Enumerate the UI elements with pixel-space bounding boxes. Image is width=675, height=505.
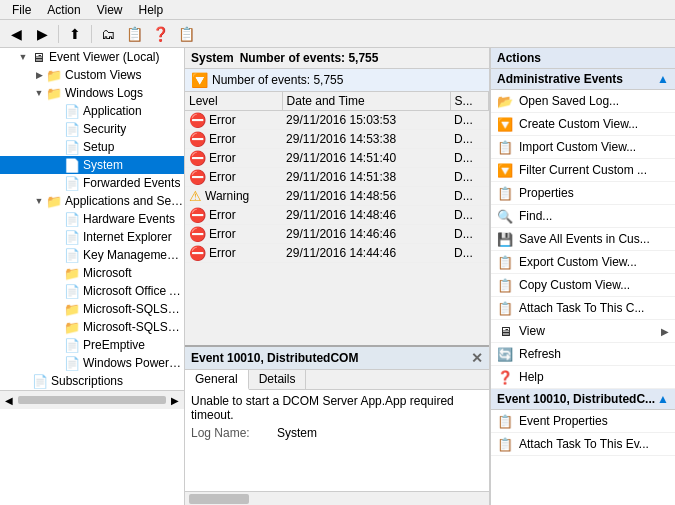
sidebar-preemptive-label: PreEmptive	[83, 338, 145, 352]
scroll-right-arrow[interactable]: ▶	[168, 393, 182, 407]
event-detail-section-header[interactable]: Event 10010, DistributedC... ▲	[491, 389, 675, 410]
action-item-save-all-events[interactable]: 💾Save All Events in Cus...	[491, 228, 675, 251]
action-item-view[interactable]: 🖥View▶	[491, 320, 675, 343]
detail-hscroll-thumb[interactable]	[189, 494, 249, 504]
expand-icon-custom-views[interactable]: ▶	[32, 68, 46, 82]
view-arrow: ▶	[661, 326, 669, 337]
sidebar-custom-views-label: Custom Views	[65, 68, 141, 82]
folder-apps-icon: 📁	[46, 193, 62, 209]
toolbar-back[interactable]: ◀	[4, 23, 28, 45]
table-row[interactable]: ⛔Error29/11/2016 14:46:46D...	[185, 225, 489, 244]
log-ie-icon: 📄	[64, 229, 80, 245]
sidebar-hscroll[interactable]: ◀ ▶	[0, 390, 184, 409]
sidebar-item-security[interactable]: 📄 Security	[0, 120, 184, 138]
tab-general[interactable]: General	[185, 370, 249, 390]
properties-icon: 📋	[497, 185, 513, 201]
action-item-properties[interactable]: 📋Properties	[491, 182, 675, 205]
sidebar-item-custom-views[interactable]: ▶ 📁 Custom Views	[0, 66, 184, 84]
action-item-refresh[interactable]: 🔄Refresh	[491, 343, 675, 366]
collapse-event-detail[interactable]: ▲	[657, 392, 669, 406]
sidebar-item-forwarded-events[interactable]: 📄 Forwarded Events	[0, 174, 184, 192]
toolbar-up[interactable]: ⬆	[63, 23, 87, 45]
table-row[interactable]: ⛔Error29/11/2016 14:51:40D...	[185, 149, 489, 168]
save-all-events-icon: 💾	[497, 231, 513, 247]
events-count-bar: 🔽 Number of events: 5,755	[185, 69, 489, 92]
main-layout: ▼ 🖥 Event Viewer (Local) ▶ 📁 Custom View…	[0, 48, 675, 505]
table-row[interactable]: ⚠Warning29/11/2016 14:48:56D...	[185, 187, 489, 206]
actions-header: Actions	[491, 48, 675, 69]
action-item-open-saved-log[interactable]: 📂Open Saved Log...	[491, 90, 675, 113]
sidebar-item-microsoft[interactable]: 📁 Microsoft	[0, 264, 184, 282]
expand-icon-apps[interactable]: ▼	[32, 194, 46, 208]
actions-section-0: 📂Open Saved Log...🔽Create Custom View...…	[491, 90, 675, 389]
events-filter-count: Number of events: 5,755	[212, 73, 343, 87]
sidebar-item-apps-services[interactable]: ▼ 📁 Applications and Services	[0, 192, 184, 210]
table-row[interactable]: ⛔Error29/11/2016 14:48:46D...	[185, 206, 489, 225]
sidebar-item-msoffice[interactable]: 📄 Microsoft Office Alert...	[0, 282, 184, 300]
menu-view[interactable]: View	[89, 1, 131, 19]
sidebar-item-root[interactable]: ▼ 🖥 Event Viewer (Local)	[0, 48, 184, 66]
action-item-copy-custom-view[interactable]: 📋Copy Custom View...	[491, 274, 675, 297]
sidebar-item-mssql2[interactable]: 📁 Microsoft-SQLServerD...	[0, 318, 184, 336]
collapse-admin-events[interactable]: ▲	[657, 72, 669, 86]
sidebar-item-preemptive[interactable]: 📄 PreEmptive	[0, 336, 184, 354]
action-item-import-custom-view[interactable]: 📋Import Custom View...	[491, 136, 675, 159]
event-properties-label: Event Properties	[519, 414, 669, 428]
sidebar-mssql2-label: Microsoft-SQLServerD...	[83, 320, 184, 334]
admin-events-section-header[interactable]: Administrative Events ▲	[491, 69, 675, 90]
sidebar-item-setup[interactable]: 📄 Setup	[0, 138, 184, 156]
menu-help[interactable]: Help	[131, 1, 172, 19]
detail-hscroll[interactable]	[185, 491, 489, 505]
toolbar-help[interactable]: ❓	[148, 23, 172, 45]
menu-action[interactable]: Action	[39, 1, 88, 19]
cell-date: 29/11/2016 15:03:53	[282, 111, 450, 130]
toolbar-folder[interactable]: 🗂	[96, 23, 120, 45]
cell-source: D...	[450, 225, 488, 244]
sidebar-item-ie[interactable]: 📄 Internet Explorer	[0, 228, 184, 246]
action-item-filter-current-custom[interactable]: 🔽Filter Current Custom ...	[491, 159, 675, 182]
sidebar-item-subscriptions[interactable]: 📄 Subscriptions	[0, 372, 184, 390]
sidebar-item-application[interactable]: 📄 Application	[0, 102, 184, 120]
level-text: Error	[209, 170, 236, 184]
toolbar-new-view[interactable]: 📋	[122, 23, 146, 45]
level-text: Error	[209, 208, 236, 222]
sidebar-system-label: System	[83, 158, 123, 172]
action-item-attach-task-to-ev[interactable]: 📋Attach Task To This Ev...	[491, 433, 675, 456]
action-item-find[interactable]: 🔍Find...	[491, 205, 675, 228]
toolbar-extra[interactable]: 📋	[174, 23, 198, 45]
level-text: Error	[209, 246, 236, 260]
cell-date: 29/11/2016 14:44:46	[282, 244, 450, 263]
table-row[interactable]: ⛔Error29/11/2016 15:03:53D...	[185, 111, 489, 130]
table-row[interactable]: ⛔Error29/11/2016 14:51:38D...	[185, 168, 489, 187]
sidebar-item-hardware-events[interactable]: 📄 Hardware Events	[0, 210, 184, 228]
action-item-event-properties[interactable]: 📋Event Properties	[491, 410, 675, 433]
cell-date: 29/11/2016 14:53:38	[282, 130, 450, 149]
action-item-create-custom-view[interactable]: 🔽Create Custom View...	[491, 113, 675, 136]
view-label: View	[519, 324, 655, 338]
hscroll-thumb[interactable]	[18, 396, 166, 404]
sidebar-item-windows-logs[interactable]: ▼ 📁 Windows Logs	[0, 84, 184, 102]
menu-file[interactable]: File	[4, 1, 39, 19]
action-item-help[interactable]: ❓Help	[491, 366, 675, 389]
col-level: Level	[185, 92, 282, 111]
events-table-wrap[interactable]: Level Date and Time S... ⛔Error29/11/201…	[185, 92, 489, 345]
sidebar-item-system[interactable]: 📄 System	[0, 156, 184, 174]
sidebar-hardware-label: Hardware Events	[83, 212, 175, 226]
sidebar-item-powershell[interactable]: 📄 Windows PowerShell	[0, 354, 184, 372]
sidebar-item-mssql1[interactable]: 📁 Microsoft-SQLServerD...	[0, 300, 184, 318]
tab-details[interactable]: Details	[249, 370, 307, 389]
action-item-export-custom-view[interactable]: 📋Export Custom View...	[491, 251, 675, 274]
error-icon: ⛔	[189, 150, 206, 166]
table-row[interactable]: ⛔Error29/11/2016 14:53:38D...	[185, 130, 489, 149]
cell-date: 29/11/2016 14:48:46	[282, 206, 450, 225]
close-button[interactable]: ✕	[471, 350, 483, 366]
expand-icon-windows-logs[interactable]: ▼	[32, 86, 46, 100]
toolbar-forward[interactable]: ▶	[30, 23, 54, 45]
view-icon: 🖥	[497, 323, 513, 339]
copy-custom-view-icon: 📋	[497, 277, 513, 293]
action-item-attach-task-to-c[interactable]: 📋Attach Task To This C...	[491, 297, 675, 320]
table-row[interactable]: ⛔Error29/11/2016 14:44:46D...	[185, 244, 489, 263]
expand-icon-root[interactable]: ▼	[16, 50, 30, 64]
sidebar-item-keymgmt[interactable]: 📄 Key Management Ser...	[0, 246, 184, 264]
scroll-left-arrow[interactable]: ◀	[2, 393, 16, 407]
